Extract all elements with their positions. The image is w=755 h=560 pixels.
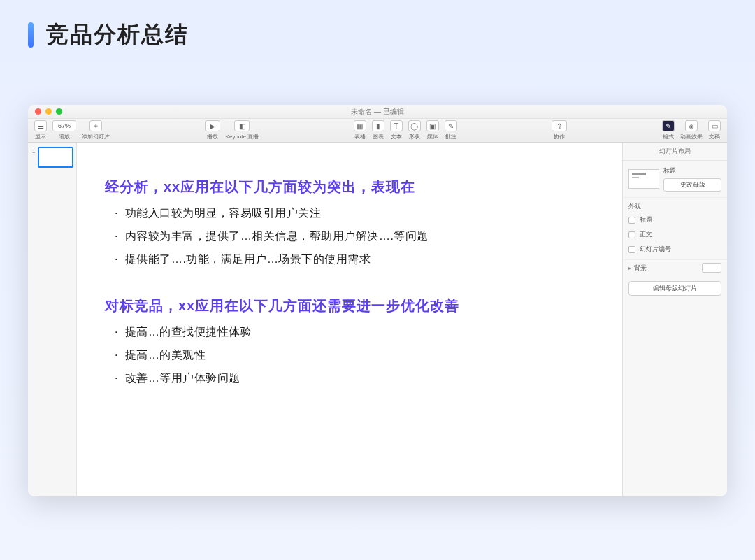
header-accent-bar	[28, 22, 34, 48]
master-thumbnail[interactable]	[628, 169, 659, 189]
window-title: 未命名 — 已编辑	[28, 107, 727, 117]
layout-name: 标题	[663, 166, 721, 175]
animate-tab-button[interactable]: ◈ 动画效果	[678, 120, 705, 141]
shape-button[interactable]: ◯ 形状	[406, 120, 423, 141]
slide-thumbnail-1[interactable]: 1	[38, 147, 73, 168]
slide-bullet[interactable]: 内容较为丰富，提供了…相关信息，帮助用户解决….等问题	[115, 229, 594, 244]
play-button[interactable]: ▶ 播放	[203, 120, 222, 141]
document-tab-button[interactable]: ▭ 文稿	[706, 120, 723, 141]
window-titlebar: 未命名 — 已编辑	[28, 105, 727, 119]
page-title: 竞品分析总结	[46, 20, 189, 50]
keynote-live-button[interactable]: ◧ Keynote 直播	[224, 120, 261, 141]
view-button[interactable]: ☰ 显示	[32, 120, 49, 141]
slide-heading-1[interactable]: 经分析，xx应用在以下几方面较为突出，表现在	[105, 178, 594, 196]
appearance-heading: 外观	[623, 197, 727, 213]
background-row[interactable]: 背景	[623, 259, 727, 275]
zoom-select[interactable]: 67% 缩放	[50, 120, 78, 141]
table-button[interactable]: ▦ 表格	[352, 120, 368, 141]
slide-number: 1	[32, 148, 35, 155]
slide-canvas-area: 经分析，xx应用在以下几方面较为突出，表现在 功能入口较为明显，容易吸引用户关注…	[77, 143, 622, 496]
checkbox-title[interactable]: 标题	[623, 213, 727, 227]
checkbox-icon	[628, 231, 635, 238]
checkbox-icon	[628, 217, 635, 224]
checkbox-slidenum[interactable]: 幻灯片编号	[623, 242, 727, 257]
slide-bullet[interactable]: 功能入口较为明显，容易吸引用户关注	[115, 206, 594, 221]
add-slide-button[interactable]: ＋ 添加幻灯片	[80, 120, 112, 141]
inspector-panel: 幻灯片布局 标题 更改母版 外观 标题 正文 幻灯片编号	[622, 143, 727, 496]
slide-bullet[interactable]: 改善…等用户体验问题	[115, 371, 594, 386]
keynote-window: 未命名 — 已编辑 ☰ 显示 67% 缩放 ＋ 添加幻灯片 ▶ 播放	[28, 105, 727, 496]
comment-button[interactable]: ✎ 批注	[443, 120, 459, 141]
edit-master-button[interactable]: 编辑母版幻灯片	[628, 281, 721, 296]
slide-canvas[interactable]: 经分析，xx应用在以下几方面较为突出，表现在 功能入口较为明显，容易吸引用户关注…	[77, 143, 622, 496]
background-color-swatch[interactable]	[702, 263, 721, 273]
inspector-section-layout: 幻灯片布局	[623, 143, 727, 161]
media-button[interactable]: ▣ 媒体	[424, 120, 441, 141]
slide-bullet[interactable]: 提供能了….功能，满足用户…场景下的使用需求	[115, 252, 594, 267]
checkbox-icon	[628, 246, 635, 253]
collaborate-button[interactable]: ⇪ 协作	[549, 120, 569, 141]
change-master-button[interactable]: 更改母版	[663, 178, 721, 192]
format-tab-button[interactable]: ✎ 格式	[660, 120, 677, 141]
slide-bullet[interactable]: 提高…的美观性	[115, 348, 594, 363]
toolbar: ☰ 显示 67% 缩放 ＋ 添加幻灯片 ▶ 播放 ◧ Keynote 直播	[28, 119, 727, 143]
chart-button[interactable]: ▮ 图表	[370, 120, 387, 141]
slide-bullet[interactable]: 提高…的查找便捷性体验	[115, 325, 594, 340]
slide-heading-2[interactable]: 对标竞品，xx应用在以下几方面还需要进一步优化改善	[105, 296, 594, 315]
text-button[interactable]: T 文本	[388, 120, 405, 141]
checkbox-body[interactable]: 正文	[623, 227, 727, 242]
slide-navigator[interactable]: 1	[28, 143, 77, 496]
